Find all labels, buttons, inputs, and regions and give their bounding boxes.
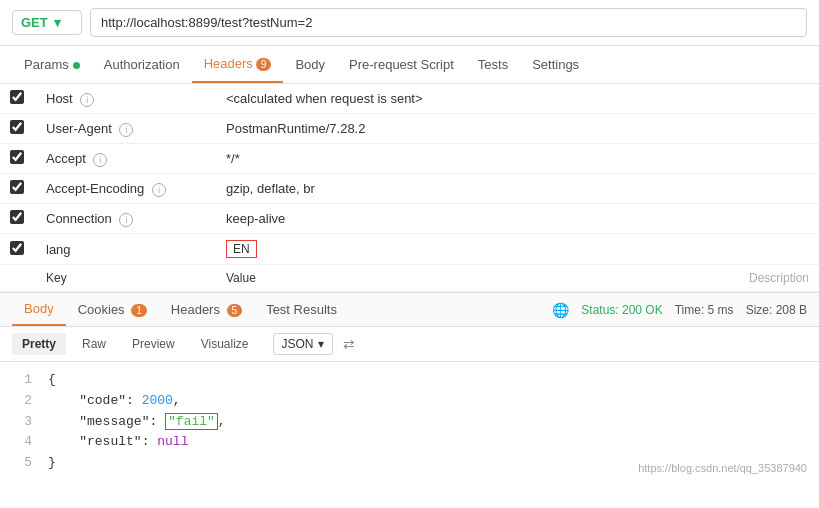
info-icon[interactable]: i <box>80 93 94 107</box>
headers-section: Host i <calculated when request is sent>… <box>0 84 819 292</box>
header-value-lang: EN <box>216 234 656 265</box>
tab-authorization[interactable]: Authorization <box>92 47 192 82</box>
header-key: Accept i <box>36 144 216 174</box>
globe-icon: 🌐 <box>552 302 569 318</box>
params-dot <box>73 62 80 69</box>
response-tabs-row: Body Cookies 1 Headers 5 Test Results 🌐 … <box>0 293 819 327</box>
request-tabs-row: Params Authorization Headers9 Body Pre-r… <box>0 46 819 84</box>
resp-headers-badge: 5 <box>227 304 243 317</box>
header-key: Host i <box>36 84 216 114</box>
size-text: Size: 208 B <box>746 303 807 317</box>
info-icon[interactable]: i <box>119 213 133 227</box>
value-placeholder: Value <box>216 265 656 292</box>
table-row: User-Agent i PostmanRuntime/7.28.2 <box>0 114 819 144</box>
json-format-select[interactable]: JSON ▾ <box>273 333 333 355</box>
table-row: Accept-Encoding i gzip, deflate, br <box>0 174 819 204</box>
format-tab-raw[interactable]: Raw <box>72 333 116 355</box>
json-line-3: 3 "message": "fail", <box>12 412 807 433</box>
header-desc <box>656 234 819 265</box>
header-value: gzip, deflate, br <box>216 174 656 204</box>
header-key: Connection i <box>36 204 216 234</box>
header-checkbox[interactable] <box>10 210 24 224</box>
info-icon[interactable]: i <box>119 123 133 137</box>
header-value: <calculated when request is sent> <box>216 84 656 114</box>
json-line-2: 2 "code": 2000, <box>12 391 807 412</box>
time-text: Time: 5 ms <box>675 303 734 317</box>
json-line-4: 4 "result": null <box>12 432 807 453</box>
response-tab-cookies[interactable]: Cookies 1 <box>66 294 159 325</box>
header-checkbox[interactable] <box>10 120 24 134</box>
info-icon[interactable]: i <box>152 183 166 197</box>
status-info: 🌐 Status: 200 OK Time: 5 ms Size: 208 B <box>552 302 807 318</box>
tab-settings[interactable]: Settings <box>520 47 591 82</box>
header-checkbox[interactable] <box>10 90 24 104</box>
header-checkbox[interactable] <box>10 180 24 194</box>
url-input[interactable] <box>90 8 807 37</box>
table-row: Accept i */* <box>0 144 819 174</box>
response-tab-headers[interactable]: Headers 5 <box>159 294 254 325</box>
table-row: Host i <calculated when request is sent> <box>0 84 819 114</box>
info-icon[interactable]: i <box>93 153 107 167</box>
header-value: */* <box>216 144 656 174</box>
method-chevron: ▾ <box>54 15 61 30</box>
header-desc <box>656 204 819 234</box>
headers-table: Host i <calculated when request is sent>… <box>0 84 819 292</box>
tab-body[interactable]: Body <box>283 47 337 82</box>
table-row: lang EN <box>0 234 819 265</box>
header-key: User-Agent i <box>36 114 216 144</box>
tab-pre-request[interactable]: Pre-request Script <box>337 47 466 82</box>
header-value: keep-alive <box>216 204 656 234</box>
tab-params[interactable]: Params <box>12 47 92 82</box>
tab-headers[interactable]: Headers9 <box>192 46 284 83</box>
json-format-label: JSON <box>282 337 314 351</box>
method-label: GET <box>21 15 48 30</box>
header-checkbox[interactable] <box>10 241 24 255</box>
header-desc <box>656 144 819 174</box>
header-value: PostmanRuntime/7.28.2 <box>216 114 656 144</box>
key-placeholder: Key <box>36 265 216 292</box>
header-desc <box>656 84 819 114</box>
wrap-icon[interactable]: ⇄ <box>343 336 355 352</box>
cookies-badge: 1 <box>131 304 147 317</box>
desc-placeholder: Description <box>656 265 819 292</box>
json-chevron: ▾ <box>318 337 324 351</box>
watermark: https://blog.csdn.net/qq_35387940 <box>638 462 807 474</box>
placeholder-row: Key Value Description <box>0 265 819 292</box>
response-area: Body Cookies 1 Headers 5 Test Results 🌐 … <box>0 292 819 482</box>
header-desc <box>656 114 819 144</box>
json-line-1: 1 { <box>12 370 807 391</box>
header-key: Accept-Encoding i <box>36 174 216 204</box>
top-bar: GET ▾ <box>0 0 819 46</box>
table-row: Connection i keep-alive <box>0 204 819 234</box>
header-key: lang <box>36 234 216 265</box>
header-desc <box>656 174 819 204</box>
headers-badge: 9 <box>256 58 272 71</box>
format-tab-visualize[interactable]: Visualize <box>191 333 259 355</box>
format-bar: Pretty Raw Preview Visualize JSON ▾ ⇄ <box>0 327 819 362</box>
response-tab-test-results[interactable]: Test Results <box>254 294 349 325</box>
en-value-highlight: EN <box>226 240 257 258</box>
method-select[interactable]: GET ▾ <box>12 10 82 35</box>
tab-tests[interactable]: Tests <box>466 47 520 82</box>
header-checkbox[interactable] <box>10 150 24 164</box>
response-tab-body[interactable]: Body <box>12 293 66 326</box>
status-text: Status: 200 OK <box>581 303 662 317</box>
format-tab-preview[interactable]: Preview <box>122 333 185 355</box>
format-tab-pretty[interactable]: Pretty <box>12 333 66 355</box>
fail-value-highlight: "fail" <box>165 413 218 430</box>
content-wrapper: 1 { 2 "code": 2000, 3 "message": "fail",… <box>0 362 819 482</box>
